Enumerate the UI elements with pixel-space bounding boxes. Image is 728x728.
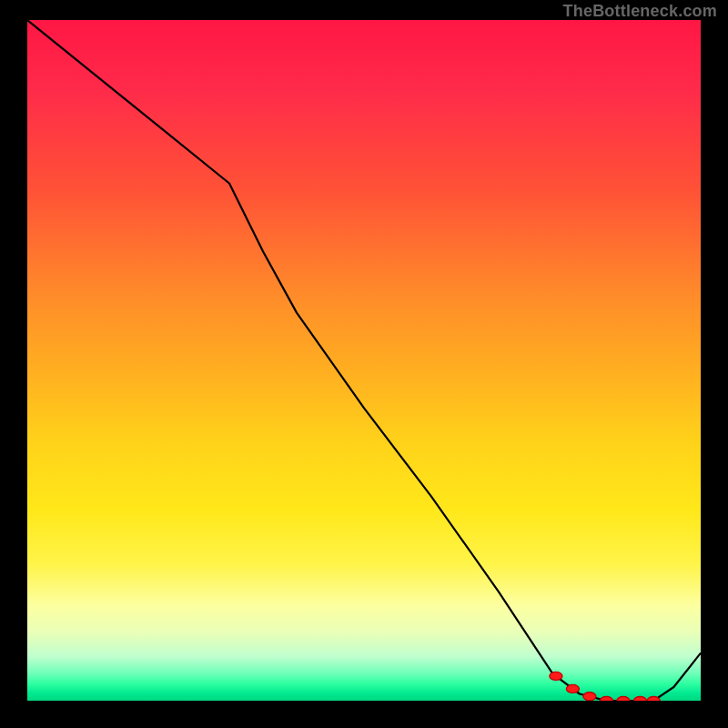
bottleneck-curve bbox=[27, 20, 701, 701]
sweet-spot-marker bbox=[566, 684, 579, 693]
sweet-spot-marker bbox=[583, 693, 596, 701]
attribution-text: TheBottleneck.com bbox=[563, 2, 717, 21]
sweet-spot-marker bbox=[617, 697, 630, 702]
sweet-spot-marker bbox=[550, 672, 562, 680]
sweet-spot-marker bbox=[633, 697, 646, 702]
sweet-spot-marker bbox=[647, 697, 660, 702]
sweet-spot-marker bbox=[600, 697, 612, 702]
chart-container: TheBottleneck.com bbox=[0, 0, 728, 728]
sweet-spot-markers bbox=[550, 672, 660, 701]
plot-area bbox=[27, 20, 701, 701]
chart-overlay bbox=[27, 20, 701, 701]
